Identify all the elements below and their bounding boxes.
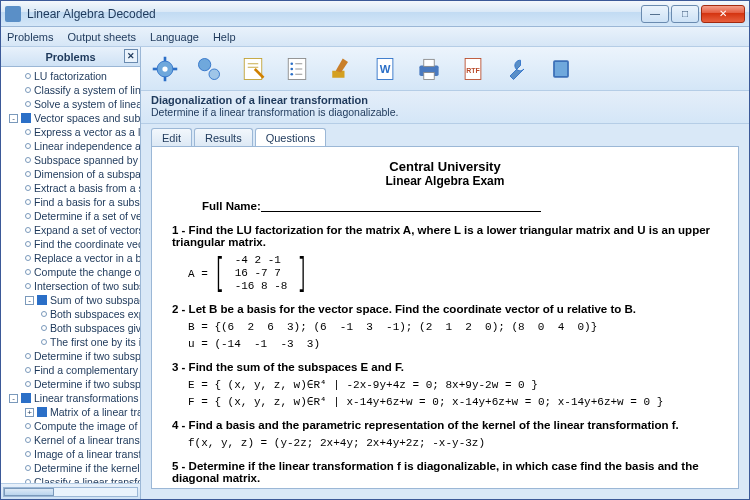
item-icon	[25, 227, 31, 233]
item-icon	[25, 283, 31, 289]
gears-icon[interactable]	[193, 53, 225, 85]
tree-item[interactable]: Intersection of two subspa	[1, 279, 140, 293]
svg-rect-18	[332, 70, 344, 77]
exam-content[interactable]: Central University Linear Algebra Exam F…	[151, 146, 739, 489]
doc-rtf-icon[interactable]: RTF	[457, 53, 489, 85]
tree-item[interactable]: Expand a set of vectors in	[1, 223, 140, 237]
sidebar-close-button[interactable]: ✕	[124, 49, 138, 63]
titlebar: Linear Algebra Decoded — □ ✕	[1, 1, 749, 27]
item-icon	[25, 353, 31, 359]
tree-item-label: Compute the change of b	[34, 265, 140, 279]
tree-item[interactable]: Determine if two subspace	[1, 349, 140, 363]
exam-title: Linear Algebra Exam	[172, 174, 718, 188]
sidebar-title: Problems	[45, 51, 95, 63]
item-icon	[25, 367, 31, 373]
question-5: 5 - Determine if the linear transformati…	[172, 460, 718, 484]
menu-help[interactable]: Help	[213, 31, 236, 43]
tree-item[interactable]: Determine if a set of vecto	[1, 209, 140, 223]
tree-item[interactable]: Determine if two subspace	[1, 377, 140, 391]
tree-item[interactable]: Extract a basis from a spa	[1, 181, 140, 195]
gear-icon[interactable]	[149, 53, 181, 85]
tree-item[interactable]: Find the coordinate vector	[1, 237, 140, 251]
tree-item-label: Dimension of a subspace	[34, 167, 140, 181]
book-icon[interactable]	[545, 53, 577, 85]
tree-item[interactable]: Express a vector as a line	[1, 125, 140, 139]
scrollbar-thumb[interactable]	[4, 488, 54, 496]
menu-output-sheets[interactable]: Output sheets	[67, 31, 136, 43]
svg-rect-8	[244, 58, 262, 79]
tree-item[interactable]: -Sum of two subspaces	[1, 293, 140, 307]
tree-item-label: Subspace spanned by a se	[34, 153, 140, 167]
tree-item[interactable]: -Linear transformations	[1, 391, 140, 405]
collapse-icon[interactable]: -	[9, 114, 18, 123]
tree-item[interactable]: Subspace spanned by a se	[1, 153, 140, 167]
folder-icon	[21, 393, 31, 403]
tree-item-label: Compute the image of a v	[34, 419, 140, 433]
tree-item[interactable]: -Vector spaces and subspaces	[1, 111, 140, 125]
item-icon	[25, 465, 31, 471]
tree-item[interactable]: Replace a vector in a basi	[1, 251, 140, 265]
doc-w-icon[interactable]: W	[369, 53, 401, 85]
collapse-icon[interactable]: -	[9, 394, 18, 403]
expand-icon[interactable]: +	[25, 408, 34, 417]
sidebar-scrollbar[interactable]	[1, 483, 140, 499]
svg-point-12	[290, 62, 293, 65]
tree-item[interactable]: Find a complementary sub	[1, 363, 140, 377]
matrix-a: A = [ -4 2 -1 16 -7 7 -16 8 -8 ]	[188, 254, 718, 293]
tree-item[interactable]: The first one by its imp	[1, 335, 140, 349]
body: Problems ✕ LU factorizationClassify a sy…	[1, 47, 749, 499]
tree-item[interactable]: Compute the change of b	[1, 265, 140, 279]
tree-item[interactable]: LU factorization	[1, 69, 140, 83]
item-icon	[25, 73, 31, 79]
note-icon[interactable]	[237, 53, 269, 85]
close-button[interactable]: ✕	[701, 5, 745, 23]
university-name: Central University	[172, 159, 718, 174]
tree-item[interactable]: +Matrix of a linear transform	[1, 405, 140, 419]
wrench-icon[interactable]	[501, 53, 533, 85]
problems-tree[interactable]: LU factorizationClassify a system of lin…	[1, 67, 140, 483]
menubar: Problems Output sheets Language Help	[1, 27, 749, 47]
menu-problems[interactable]: Problems	[7, 31, 53, 43]
brush-icon[interactable]	[325, 53, 357, 85]
item-icon	[41, 325, 47, 331]
tree-item-label: Both subspaces given	[50, 321, 140, 335]
tree-item[interactable]: Classify a linear transform	[1, 475, 140, 483]
tree-item-label: Determine if the kernel an	[34, 461, 140, 475]
item-icon	[41, 311, 47, 317]
tree-item-label: Classify a linear transform	[34, 475, 140, 483]
tree-item[interactable]: Both subspaces given	[1, 321, 140, 335]
tree-item-label: The first one by its imp	[50, 335, 140, 349]
tree-item[interactable]: Compute the image of a v	[1, 419, 140, 433]
svg-text:RTF: RTF	[466, 66, 480, 73]
tree-item-label: Find a complementary sub	[34, 363, 140, 377]
tree-item[interactable]: Image of a linear transform	[1, 447, 140, 461]
tree-item-label: Extract a basis from a spa	[34, 181, 140, 195]
svg-point-14	[290, 72, 293, 75]
tree-item[interactable]: Find a basis for a subspac	[1, 195, 140, 209]
tree-item[interactable]: Kernel of a linear transfor	[1, 433, 140, 447]
item-icon	[25, 143, 31, 149]
tree-item[interactable]: Solve a system of linear e	[1, 97, 140, 111]
tree-item[interactable]: Linear independence and	[1, 139, 140, 153]
minimize-button[interactable]: —	[641, 5, 669, 23]
list-icon[interactable]	[281, 53, 313, 85]
question-4: 4 - Find a basis and the parametric repr…	[172, 419, 718, 431]
maximize-button[interactable]: □	[671, 5, 699, 23]
tab-questions[interactable]: Questions	[255, 128, 327, 146]
tree-item[interactable]: Dimension of a subspace	[1, 167, 140, 181]
printer-icon[interactable]	[413, 53, 445, 85]
menu-language[interactable]: Language	[150, 31, 199, 43]
collapse-icon[interactable]: -	[25, 296, 34, 305]
tree-item[interactable]: Classify a system of linear	[1, 83, 140, 97]
tab-edit[interactable]: Edit	[151, 128, 192, 146]
item-icon	[25, 101, 31, 107]
item-icon	[41, 339, 47, 345]
item-icon	[25, 381, 31, 387]
item-icon	[25, 171, 31, 177]
tab-results[interactable]: Results	[194, 128, 253, 146]
svg-point-6	[199, 58, 211, 70]
tree-item[interactable]: Both subspaces expre	[1, 307, 140, 321]
tree-item[interactable]: Determine if the kernel an	[1, 461, 140, 475]
tree-item-label: Classify a system of linear	[34, 83, 140, 97]
tree-item-label: Express a vector as a line	[34, 125, 140, 139]
